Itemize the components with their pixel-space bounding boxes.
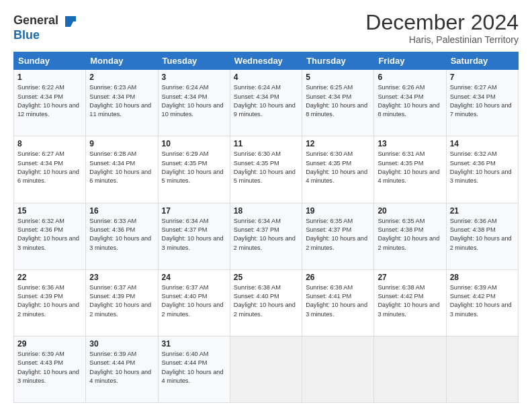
day-info: Sunrise: 6:39 AM Sunset: 4:43 PM Dayligh…	[17, 350, 82, 385]
table-row: 28 Sunrise: 6:39 AM Sunset: 4:42 PM Dayl…	[446, 269, 518, 336]
table-row: 22 Sunrise: 6:36 AM Sunset: 4:39 PM Dayl…	[14, 269, 86, 336]
table-row	[374, 336, 446, 402]
day-info: Sunrise: 6:39 AM Sunset: 4:44 PM Dayligh…	[89, 350, 154, 385]
day-number: 11	[234, 139, 298, 148]
table-row: 15 Sunrise: 6:32 AM Sunset: 4:36 PM Dayl…	[14, 203, 86, 269]
day-number: 15	[17, 206, 82, 216]
day-number: 9	[89, 139, 154, 148]
table-row: 23 Sunrise: 6:37 AM Sunset: 4:39 PM Dayl…	[86, 269, 158, 336]
svg-marker-0	[65, 16, 76, 21]
day-info: Sunrise: 6:34 AM Sunset: 4:37 PM Dayligh…	[234, 217, 298, 253]
day-info: Sunrise: 6:40 AM Sunset: 4:44 PM Dayligh…	[162, 350, 226, 385]
table-row: 31 Sunrise: 6:40 AM Sunset: 4:44 PM Dayl…	[158, 336, 230, 402]
table-row: 3 Sunrise: 6:24 AM Sunset: 4:34 PM Dayli…	[158, 70, 230, 136]
logo-text: General Blue	[13, 13, 78, 42]
subtitle: Haris, Palestinian Territory	[365, 34, 519, 45]
logo-flag-icon	[62, 15, 77, 28]
day-info: Sunrise: 6:38 AM Sunset: 4:42 PM Dayligh…	[378, 283, 442, 319]
header: General Blue December 2024 Haris, Palest…	[13, 11, 519, 45]
day-number: 23	[89, 273, 154, 282]
day-info: Sunrise: 6:37 AM Sunset: 4:40 PM Dayligh…	[162, 283, 226, 319]
table-row: 4 Sunrise: 6:24 AM Sunset: 4:34 PM Dayli…	[230, 70, 302, 136]
table-row: 9 Sunrise: 6:28 AM Sunset: 4:34 PM Dayli…	[86, 136, 158, 203]
table-row: 7 Sunrise: 6:27 AM Sunset: 4:34 PM Dayli…	[446, 70, 518, 136]
day-info: Sunrise: 6:28 AM Sunset: 4:34 PM Dayligh…	[89, 150, 154, 185]
day-number: 13	[378, 139, 442, 148]
day-number: 8	[17, 139, 82, 148]
day-info: Sunrise: 6:29 AM Sunset: 4:35 PM Dayligh…	[162, 150, 226, 185]
day-number: 30	[89, 339, 154, 349]
table-row: 1 Sunrise: 6:22 AM Sunset: 4:34 PM Dayli…	[14, 70, 86, 136]
table-row: 24 Sunrise: 6:37 AM Sunset: 4:40 PM Dayl…	[158, 269, 230, 336]
day-info: Sunrise: 6:38 AM Sunset: 4:41 PM Dayligh…	[306, 283, 370, 319]
day-info: Sunrise: 6:35 AM Sunset: 4:38 PM Dayligh…	[378, 217, 442, 253]
table-row: 25 Sunrise: 6:38 AM Sunset: 4:40 PM Dayl…	[230, 269, 302, 336]
title-section: December 2024 Haris, Palestinian Territo…	[365, 11, 519, 45]
col-sunday: Sunday	[14, 52, 86, 70]
day-number: 29	[17, 339, 82, 349]
table-row: 8 Sunrise: 6:27 AM Sunset: 4:34 PM Dayli…	[14, 136, 86, 203]
day-number: 27	[378, 273, 442, 282]
day-number: 25	[234, 273, 298, 282]
table-row: 13 Sunrise: 6:31 AM Sunset: 4:35 PM Dayl…	[374, 136, 446, 203]
day-number: 17	[162, 206, 226, 216]
day-info: Sunrise: 6:31 AM Sunset: 4:35 PM Dayligh…	[378, 150, 442, 185]
day-number: 2	[89, 73, 154, 82]
day-number: 10	[162, 139, 226, 148]
col-tuesday: Tuesday	[158, 52, 230, 70]
table-row	[446, 336, 518, 402]
day-info: Sunrise: 6:32 AM Sunset: 4:36 PM Dayligh…	[450, 150, 515, 185]
day-number: 7	[450, 73, 515, 82]
table-row: 26 Sunrise: 6:38 AM Sunset: 4:41 PM Dayl…	[302, 269, 374, 336]
day-number: 6	[378, 73, 442, 82]
day-number: 14	[450, 139, 515, 148]
day-info: Sunrise: 6:23 AM Sunset: 4:34 PM Dayligh…	[89, 83, 154, 119]
table-row: 18 Sunrise: 6:34 AM Sunset: 4:37 PM Dayl…	[230, 203, 302, 269]
main-title: December 2024	[365, 11, 519, 34]
table-row: 12 Sunrise: 6:30 AM Sunset: 4:35 PM Dayl…	[302, 136, 374, 203]
day-number: 20	[378, 206, 442, 216]
table-row: 21 Sunrise: 6:36 AM Sunset: 4:38 PM Dayl…	[446, 203, 518, 269]
day-info: Sunrise: 6:37 AM Sunset: 4:39 PM Dayligh…	[89, 283, 154, 319]
day-info: Sunrise: 6:27 AM Sunset: 4:34 PM Dayligh…	[17, 150, 82, 185]
logo: General Blue	[13, 13, 78, 42]
table-row: 10 Sunrise: 6:29 AM Sunset: 4:35 PM Dayl…	[158, 136, 230, 203]
day-number: 1	[17, 73, 82, 82]
page: General Blue December 2024 Haris, Palest…	[0, 0, 532, 411]
day-info: Sunrise: 6:26 AM Sunset: 4:34 PM Dayligh…	[378, 83, 442, 119]
day-info: Sunrise: 6:24 AM Sunset: 4:34 PM Dayligh…	[234, 83, 298, 119]
day-number: 3	[162, 73, 226, 82]
table-row: 17 Sunrise: 6:34 AM Sunset: 4:37 PM Dayl…	[158, 203, 230, 269]
day-info: Sunrise: 6:34 AM Sunset: 4:37 PM Dayligh…	[162, 217, 226, 253]
col-wednesday: Wednesday	[230, 52, 302, 70]
calendar-table: Sunday Monday Tuesday Wednesday Thursday…	[13, 52, 519, 403]
table-row: 2 Sunrise: 6:23 AM Sunset: 4:34 PM Dayli…	[86, 70, 158, 136]
day-number: 22	[17, 273, 82, 282]
day-info: Sunrise: 6:27 AM Sunset: 4:34 PM Dayligh…	[450, 83, 515, 119]
day-info: Sunrise: 6:24 AM Sunset: 4:34 PM Dayligh…	[162, 83, 226, 119]
calendar-header-row: Sunday Monday Tuesday Wednesday Thursday…	[14, 52, 519, 70]
day-number: 4	[234, 73, 298, 82]
day-info: Sunrise: 6:30 AM Sunset: 4:35 PM Dayligh…	[234, 150, 298, 185]
table-row: 19 Sunrise: 6:35 AM Sunset: 4:37 PM Dayl…	[302, 203, 374, 269]
day-info: Sunrise: 6:36 AM Sunset: 4:39 PM Dayligh…	[17, 283, 82, 319]
day-info: Sunrise: 6:32 AM Sunset: 4:36 PM Dayligh…	[17, 217, 82, 253]
col-monday: Monday	[86, 52, 158, 70]
col-thursday: Thursday	[302, 52, 374, 70]
day-number: 24	[162, 273, 226, 282]
day-info: Sunrise: 6:39 AM Sunset: 4:42 PM Dayligh…	[450, 283, 515, 319]
day-info: Sunrise: 6:30 AM Sunset: 4:35 PM Dayligh…	[306, 150, 370, 185]
day-info: Sunrise: 6:36 AM Sunset: 4:38 PM Dayligh…	[450, 217, 515, 253]
table-row: 16 Sunrise: 6:33 AM Sunset: 4:36 PM Dayl…	[86, 203, 158, 269]
day-info: Sunrise: 6:33 AM Sunset: 4:36 PM Dayligh…	[89, 217, 154, 253]
day-number: 16	[89, 206, 154, 216]
table-row: 6 Sunrise: 6:26 AM Sunset: 4:34 PM Dayli…	[374, 70, 446, 136]
table-row	[302, 336, 374, 402]
day-info: Sunrise: 6:25 AM Sunset: 4:34 PM Dayligh…	[306, 83, 370, 119]
col-saturday: Saturday	[446, 52, 518, 70]
table-row: 27 Sunrise: 6:38 AM Sunset: 4:42 PM Dayl…	[374, 269, 446, 336]
day-number: 12	[306, 139, 370, 148]
svg-marker-1	[65, 21, 73, 27]
day-number: 31	[162, 339, 226, 349]
day-number: 28	[450, 273, 515, 282]
